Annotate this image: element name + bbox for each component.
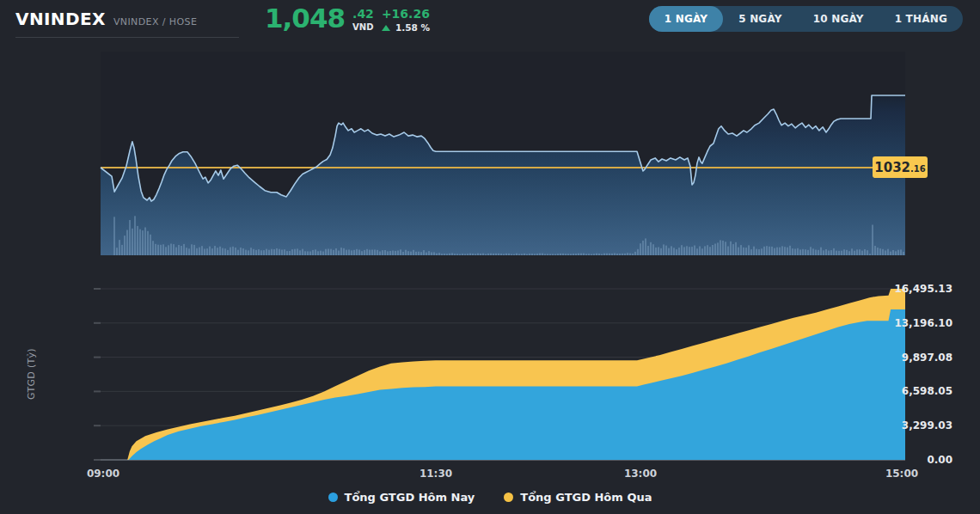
last-price: 1,048: [265, 1, 345, 35]
y-tick-label: 13,196.10: [875, 316, 952, 330]
y-tick-label: 16,495.13: [875, 282, 952, 296]
x-tick-label: 09:00: [87, 468, 119, 480]
change-absolute: +16.26: [382, 9, 430, 20]
y-axis-title: GTGD (Tỷ): [26, 348, 37, 400]
chart-legend: Tổng GTGD Hôm Nay Tổng GTGD Hôm Qua: [0, 491, 980, 504]
price-chart[interactable]: [0, 52, 980, 266]
last-price-decimals: .42: [352, 9, 374, 20]
vnindex-dashboard: VNINDEX VNINDEX / HOSE 1,048 .42 VND +16…: [0, 0, 980, 514]
header-brand: VNINDEX VNINDEX / HOSE: [15, 9, 197, 29]
x-tick-label: 13:00: [624, 468, 657, 480]
header-divider: [15, 37, 239, 38]
legend-dot-blue-icon: [328, 493, 338, 502]
legend-dot-yellow-icon: [504, 493, 513, 502]
x-tick-label: 15:00: [885, 468, 918, 480]
page-title: VNINDEX: [15, 9, 106, 29]
range-button-1-thang[interactable]: 1 THÁNG: [879, 6, 963, 32]
reference-price-label: 1032.16: [873, 156, 928, 178]
gtgd-chart[interactable]: [0, 266, 980, 473]
y-tick-label: 0.00: [875, 453, 952, 467]
y-tick-label: 9,897.08: [875, 351, 952, 364]
range-button-10-ngay[interactable]: 10 NGÀY: [798, 6, 879, 32]
range-button-1-ngay[interactable]: 1 NGÀY: [649, 6, 723, 32]
legend-item-hom-qua[interactable]: Tổng GTGD Hôm Qua: [504, 491, 652, 504]
change-percent: 1.58 %: [395, 22, 430, 34]
quote-block: 1,048 .42 VND +16.26 1.58 %: [265, 1, 430, 35]
currency-label: VND: [352, 21, 374, 33]
arrow-up-icon: [382, 25, 390, 31]
range-selector: 1 NGÀY 5 NGÀY 10 NGÀY 1 THÁNG: [649, 6, 963, 32]
legend-item-hom-nay[interactable]: Tổng GTGD Hôm Nay: [328, 491, 475, 504]
page-subtitle: VNINDEX / HOSE: [113, 16, 197, 28]
range-button-5-ngay[interactable]: 5 NGÀY: [723, 6, 797, 32]
y-tick-label: 3,299.03: [875, 419, 952, 432]
x-tick-label: 11:30: [420, 468, 452, 480]
y-tick-label: 6,598.05: [875, 384, 952, 398]
